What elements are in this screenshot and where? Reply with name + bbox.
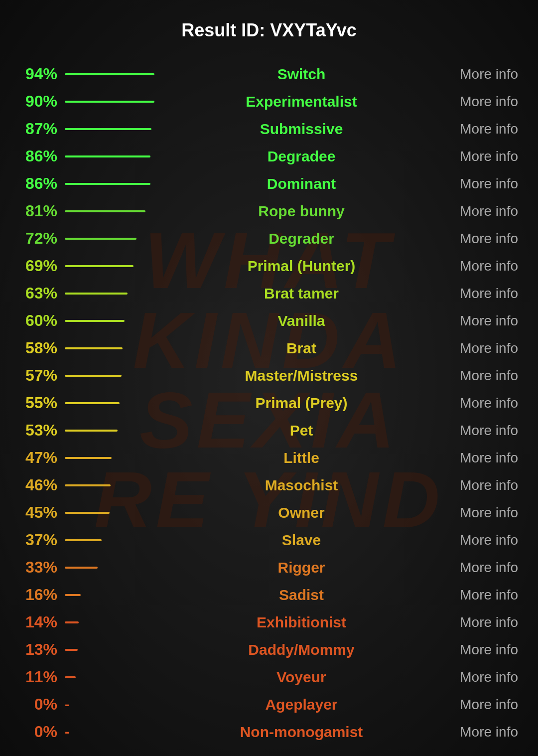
item-label: Rope bunny [164,203,438,220]
more-info-button[interactable]: More info [438,203,518,219]
item-label: Rigger [164,559,438,576]
item-label: Submissive [164,121,438,138]
more-info-button[interactable]: More info [438,505,518,521]
more-info-button[interactable]: More info [438,340,518,356]
percent-value: 55% [20,394,65,412]
more-info-button[interactable]: More info [438,176,518,192]
bar-container [65,73,164,75]
bar-container [65,649,164,651]
percent-value: 33% [20,558,65,577]
progress-bar [65,621,79,623]
more-info-button[interactable]: More info [438,614,518,630]
more-info-button[interactable]: More info [438,121,518,137]
percent-value: 14% [20,613,65,631]
percent-value: 57% [20,366,65,385]
result-row: 14%ExhibitionistMore info [20,609,518,635]
percent-value: 47% [20,449,65,467]
more-info-button[interactable]: More info [438,66,518,82]
bar-container [65,512,164,514]
more-info-button[interactable]: More info [438,395,518,411]
progress-bar [65,567,98,569]
result-row: 0%-AgeplayerMore info [20,691,518,718]
result-row: 53%PetMore info [20,417,518,444]
bar-container [65,128,164,130]
more-info-button[interactable]: More info [438,642,518,658]
more-info-button[interactable]: More info [438,94,518,110]
item-label: Voyeur [164,669,438,686]
item-label: Switch [164,66,438,83]
progress-bar [65,402,120,404]
result-row: 58%BratMore info [20,335,518,361]
percent-value: 63% [20,284,65,302]
percent-value: 87% [20,120,65,138]
percent-value: 58% [20,339,65,357]
item-label: Little [164,450,438,466]
item-label: Exhibitionist [164,614,438,631]
item-label: Experimentalist [164,93,438,110]
bar-container [65,101,164,103]
progress-bar [65,430,118,432]
more-info-button[interactable]: More info [438,697,518,713]
item-label: Brat [164,340,438,357]
bar-container [65,238,164,240]
result-row: 0%-Non-monogamistMore info [20,719,518,745]
more-info-button[interactable]: More info [438,560,518,576]
bar-container [65,484,164,486]
bar-container [65,265,164,267]
item-label: Slave [164,532,438,549]
more-info-button[interactable]: More info [438,532,518,548]
result-row: 86%DegradeeMore info [20,143,518,169]
bar-container [65,539,164,541]
bar-container [65,457,164,459]
more-info-button[interactable]: More info [438,477,518,493]
progress-bar [65,320,125,322]
more-info-button[interactable]: More info [438,313,518,329]
item-label: Owner [164,504,438,521]
more-info-button[interactable]: More info [438,423,518,439]
result-row: 16%SadistMore info [20,582,518,608]
more-info-button[interactable]: More info [438,368,518,384]
more-info-button[interactable]: More info [438,669,518,685]
percent-value: 69% [20,257,65,275]
result-row: 47%LittleMore info [20,445,518,471]
percent-value: 45% [20,503,65,522]
page-title: Result ID: VXYTaYvc [20,15,518,46]
bar-container: - [65,697,164,713]
bar-container: - [65,724,164,740]
bar-dash: - [65,697,69,713]
percent-value: 81% [20,202,65,220]
more-info-button[interactable]: More info [438,286,518,302]
result-row: 13%Daddy/MommyMore info [20,636,518,663]
progress-bar [65,238,136,240]
percent-value: 53% [20,421,65,440]
progress-bar [65,73,154,75]
more-info-button[interactable]: More info [438,724,518,740]
item-label: Pet [164,422,438,439]
item-label: Primal (Prey) [164,395,438,412]
bar-container [65,621,164,623]
more-info-button[interactable]: More info [438,450,518,466]
item-label: Primal (Hunter) [164,258,438,275]
progress-bar [65,512,110,514]
item-label: Brat tamer [164,285,438,302]
more-info-button[interactable]: More info [438,149,518,164]
bar-container [65,402,164,404]
item-label: Degrader [164,230,438,247]
result-row: 45%OwnerMore info [20,499,518,526]
progress-bar [65,375,122,377]
progress-bar [65,676,76,678]
percent-value: 0% [20,723,65,741]
more-info-button[interactable]: More info [438,258,518,274]
item-label: Daddy/Mommy [164,641,438,658]
bar-dash: - [65,724,69,740]
result-row: 57%Master/MistressMore info [20,362,518,389]
result-row: 94%SwitchMore info [20,61,518,87]
bar-container [65,347,164,349]
result-row: 86%DominantMore info [20,170,518,197]
progress-bar [65,128,151,130]
more-info-button[interactable]: More info [438,231,518,247]
more-info-button[interactable]: More info [438,587,518,603]
bar-container [65,430,164,432]
bar-container [65,567,164,569]
percent-value: 72% [20,229,65,248]
